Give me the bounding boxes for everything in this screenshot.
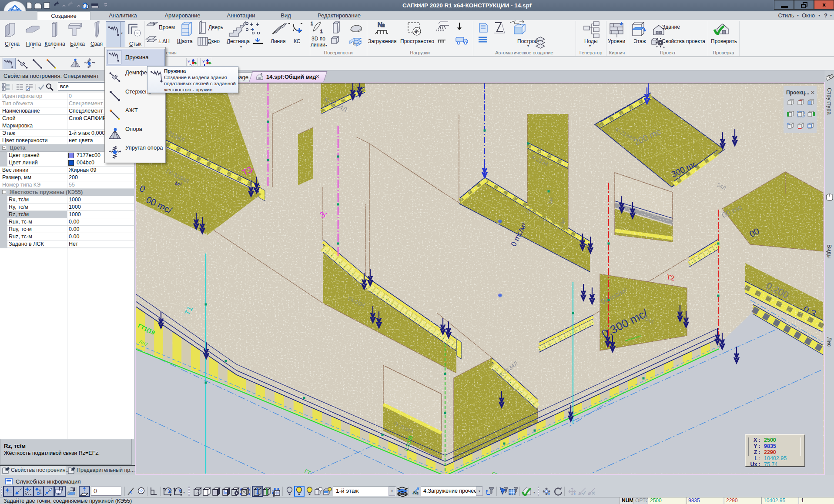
svg-text:№: № [413, 490, 419, 495]
svg-text:X: X [168, 488, 171, 494]
svg-text:x: x [415, 30, 417, 33]
svg-text:Y: Y [188, 60, 190, 64]
svg-text:1: 1 [320, 29, 323, 34]
svg-text:Y: Y [178, 488, 182, 494]
svg-text:Y: Y [202, 60, 205, 64]
svg-text:Т2: Т2 [666, 273, 675, 282]
svg-text:✺: ✺ [498, 218, 502, 225]
svg-text:№: № [378, 21, 385, 28]
svg-text:✺: ✺ [498, 292, 502, 299]
svg-text:1: 1 [311, 21, 313, 26]
